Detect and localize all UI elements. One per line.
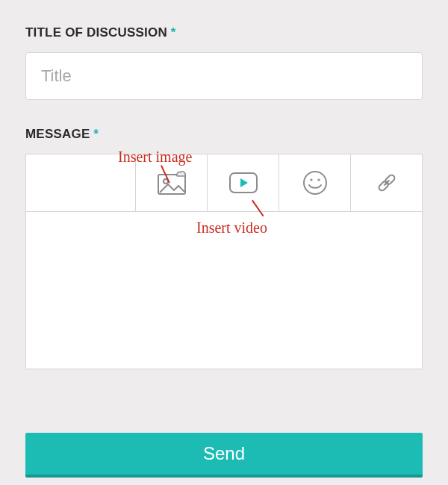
svg-point-3 <box>304 172 326 194</box>
title-input[interactable] <box>25 52 423 100</box>
message-label: MESSAGE * <box>25 127 423 142</box>
insert-emoji-button[interactable] <box>279 154 350 211</box>
video-icon <box>228 172 258 194</box>
link-icon <box>373 169 400 196</box>
svg-rect-0 <box>158 175 185 194</box>
svg-point-4 <box>310 178 312 181</box>
title-label-text: TITLE OF DISCUSSION <box>25 25 167 40</box>
message-editor <box>25 154 423 369</box>
message-textarea[interactable] <box>26 212 422 369</box>
editor-toolbar <box>26 154 422 212</box>
toolbar-spacer <box>26 154 135 211</box>
svg-point-5 <box>317 178 320 181</box>
emoji-icon <box>302 170 328 195</box>
insert-link-button[interactable] <box>350 154 422 211</box>
svg-point-1 <box>164 179 168 184</box>
title-required-mark: * <box>171 25 176 40</box>
insert-image-button[interactable] <box>135 154 207 211</box>
insert-video-button[interactable] <box>207 154 279 211</box>
message-required-mark: * <box>93 127 99 141</box>
message-label-text: MESSAGE <box>25 127 90 141</box>
send-button[interactable]: Send <box>25 433 423 478</box>
send-button-label: Send <box>203 443 245 464</box>
title-label: TITLE OF DISCUSSION * <box>25 25 423 40</box>
image-icon <box>158 171 186 195</box>
